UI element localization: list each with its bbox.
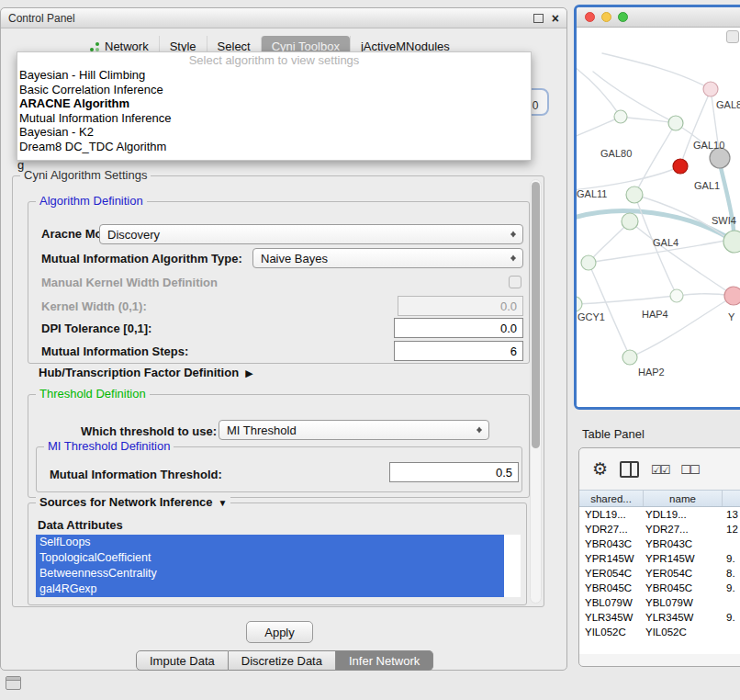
scrollbar-thumb[interactable] (532, 182, 540, 448)
float-window-icon[interactable] (533, 14, 544, 23)
data-attribute-selfloops[interactable]: SelfLoops (36, 535, 504, 550)
kernel-width-label: Kernel Width (0,1): (41, 299, 147, 313)
network-node[interactable] (577, 297, 582, 311)
table-row[interactable]: YER054CYER054C8. (579, 566, 740, 581)
network-node[interactable] (581, 255, 596, 270)
network-node[interactable] (622, 213, 638, 230)
network-node[interactable] (668, 116, 683, 130)
bottom-tab-infer-network[interactable]: Infer Network (336, 650, 433, 671)
table-row[interactable]: YBR043CYBR043C (579, 536, 740, 551)
network-node[interactable] (614, 110, 627, 123)
aracne-mode-combobox[interactable]: Discovery (99, 224, 523, 244)
data-attribute-topologicalcoefficient[interactable]: TopologicalCoefficient (36, 550, 504, 566)
algorithm-option-bayesian-k2[interactable]: Bayesian - K2 (17, 125, 531, 140)
manual-kernel-checkbox[interactable] (509, 276, 521, 288)
column-header-shared-name[interactable]: shared... (579, 491, 644, 506)
minimized-window-icon[interactable] (6, 676, 21, 690)
mi-threshold-group-title: MI Threshold Definition (44, 439, 174, 453)
network-window-titlebar[interactable] (577, 7, 740, 28)
mi-type-combobox[interactable]: Naive Bayes (252, 248, 523, 268)
table-panel-window: shared... name YDL19...YDL19...13YDR27..… (578, 447, 740, 667)
algorithm-option-basic-correlation-inference[interactable]: Basic Correlation Inference (17, 83, 531, 97)
table-cell: YDL19... (579, 509, 644, 520)
algorithm-option-list: Bayesian - Hill ClimbingBasic Correlatio… (17, 68, 531, 153)
deselect-all-icon[interactable] (680, 461, 698, 478)
table-cell: YBL079W (579, 597, 644, 608)
network-canvas[interactable]: GAL8GAL80GAL10GAL11GAL1SWI4GAL4GCY1HAP4Y… (577, 28, 740, 407)
mi-threshold-input[interactable] (389, 462, 519, 482)
algorithm-option-bayesian-hill-climbing[interactable]: Bayesian - Hill Climbing (17, 68, 531, 83)
network-node[interactable] (626, 186, 643, 203)
table-row[interactable]: YBR045CYBR045C9. (579, 581, 740, 595)
table-row[interactable]: YDR27...YDR27...12 (579, 522, 740, 536)
close-traffic-light[interactable] (585, 12, 595, 22)
birdseye-toggle-button[interactable] (726, 30, 739, 43)
network-edge (577, 118, 619, 138)
network-edge (635, 123, 676, 194)
table-header-row: shared... name (579, 490, 740, 507)
close-window-icon[interactable] (552, 12, 559, 25)
table-cell: YDL19... (644, 509, 723, 520)
which-threshold-combobox[interactable]: MI Threshold (219, 420, 489, 440)
node-label-gal80: GAL80 (600, 148, 632, 159)
sources-expander[interactable]: Sources for Network Inference (36, 495, 230, 509)
data-attributes-list[interactable]: SelfLoopsTopologicalCoefficientBetweenne… (36, 535, 521, 597)
network-node[interactable] (622, 350, 637, 365)
control-panel-titlebar[interactable]: Control Panel (1, 8, 566, 28)
column-header-name[interactable]: name (644, 491, 723, 506)
apply-button[interactable]: Apply (246, 621, 313, 643)
gear-icon[interactable] (592, 458, 608, 480)
algorithm-option-aracne-algorithm[interactable]: ARACNE Algorithm (17, 96, 531, 111)
kernel-width-input[interactable] (398, 296, 523, 316)
algorithm-option-mutual-information-inference[interactable]: Mutual Information Inference (17, 111, 531, 126)
dropdown-hint: Select algorithm to view settings (17, 52, 531, 68)
table-cell: YDR27... (644, 524, 723, 535)
table-cell: YDR27... (579, 524, 644, 535)
network-node[interactable] (724, 287, 740, 305)
network-node[interactable] (670, 289, 683, 302)
table-body: YDL19...YDL19...13YDR27...YDR27...12YBR0… (579, 507, 740, 654)
hub-definition-label: Hub/Transcription Factor Definition (39, 366, 239, 379)
collapse-arrow-icon (219, 495, 228, 509)
network-node[interactable] (710, 148, 730, 168)
cyni-algorithm-settings-group: Cyni Algorithm Settings Algorithm Defini… (12, 175, 544, 607)
node-label-gal11: GAL11 (577, 188, 607, 199)
control-panel-window: Control Panel NetworkStyleSelectCyni Too… (0, 7, 567, 671)
table-row[interactable]: YIL052CYIL052C (579, 625, 740, 639)
algorithm-option-dream8-dc-tdc-algorithm[interactable]: Dream8 DC_TDC Algorithm (17, 140, 531, 154)
network-node[interactable] (673, 159, 688, 174)
table-row[interactable]: YBL079WYBL079W (579, 595, 740, 610)
network-edge (577, 211, 725, 236)
settings-scrollbar[interactable] (530, 179, 542, 604)
network-node[interactable] (703, 82, 718, 96)
aracne-mode-value: Discovery (107, 228, 160, 242)
table-cell: YBR045C (579, 582, 644, 593)
node-label-gcy1: GCY1 (577, 311, 605, 322)
desktop: Control Panel NetworkStyleSelectCyni Too… (0, 0, 740, 700)
mi-threshold-label: Mutual Information Threshold: (50, 468, 222, 481)
data-attribute-gal4rgexp[interactable]: gal4RGexp (36, 581, 504, 597)
hub-definition-expander[interactable]: Hub/Transcription Factor Definition (39, 366, 253, 379)
network-graph: GAL8GAL80GAL10GAL11GAL1SWI4GAL4GCY1HAP4Y… (577, 28, 740, 407)
table-row[interactable]: YDL19...YDL19...13 (579, 507, 740, 522)
expand-arrow-icon (245, 366, 252, 379)
bottom-tab-impute-data[interactable]: Impute Data (136, 650, 229, 671)
minimize-traffic-light[interactable] (601, 12, 611, 22)
zoom-traffic-light[interactable] (618, 12, 628, 22)
mi-steps-input[interactable] (394, 341, 523, 361)
network-node[interactable] (723, 231, 740, 253)
table-cell: YPR145W (644, 553, 723, 564)
table-toolbar (579, 448, 740, 490)
combo-arrows-icon (510, 253, 518, 265)
select-all-icon[interactable] (651, 461, 668, 478)
table-row[interactable]: YPR145WYPR145W9. (579, 551, 740, 566)
dpi-tolerance-input[interactable] (394, 318, 523, 338)
table-cell: YBR043C (644, 538, 723, 549)
columns-icon[interactable] (620, 461, 639, 478)
table-row[interactable]: YLR345WYLR345W9. (579, 610, 740, 625)
column-header-clipped[interactable] (723, 491, 740, 506)
mi-type-label: Mutual Information Algorithm Type: (41, 252, 242, 265)
settings-group-title: Cyni Algorithm Settings (20, 168, 151, 182)
bottom-tab-discretize-data[interactable]: Discretize Data (229, 650, 336, 671)
data-attribute-betweennesscentrality[interactable]: BetweennessCentrality (36, 566, 504, 581)
